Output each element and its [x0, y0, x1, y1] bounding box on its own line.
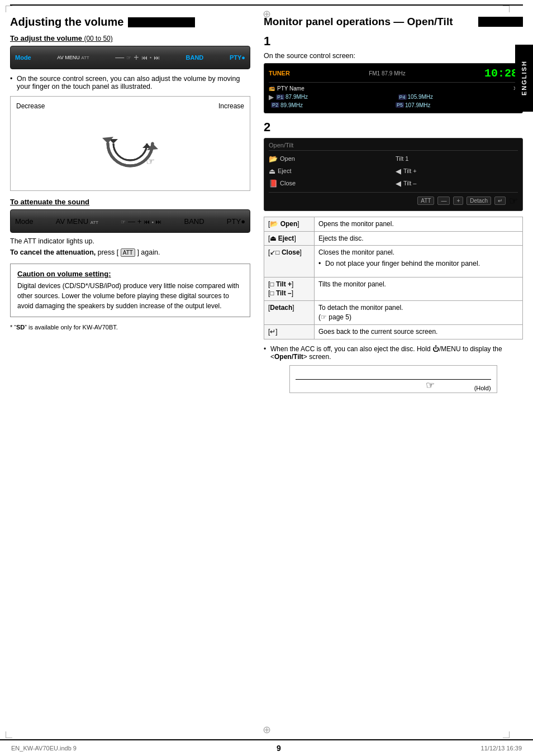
attenuate-label: To attenuate the sound	[10, 198, 250, 206]
ot-icon-tilt-plus: ◀	[396, 167, 401, 175]
corner-mark-tl	[6, 6, 12, 12]
cancel-attenuation-text: To cancel the attenuation, press [ ATT ]…	[10, 248, 250, 257]
caution-text: Digital devices (CD/SD*/USB/iPod) produc…	[17, 281, 243, 311]
att-indicator-text: The ATT indicator lights up.	[10, 237, 250, 245]
av-menu-1: AV MENU ATT	[57, 55, 89, 60]
table-val-detach: To detach the monitor panel.(☞ page 5)	[315, 301, 523, 325]
plus-btn-2: +	[137, 217, 142, 226]
table-key-eject: [⏏ Eject]	[264, 231, 315, 246]
tuner-cell-1: P1 87.9MHz	[276, 94, 396, 100]
mode-btn-1: Mode	[15, 54, 31, 61]
table-row-open: [📂 Open] Opens the monitor panel.	[264, 217, 523, 231]
cancel-label: To cancel the attenuation,	[10, 248, 96, 256]
mode-btn-2: Mode	[15, 217, 34, 226]
right-bullet-note: When the ACC is off, you can also eject …	[264, 345, 523, 361]
table-row-detach: [Detach] To detach the monitor panel.(☞ …	[264, 301, 523, 325]
att-label-2: ATT	[91, 220, 99, 225]
av-menu-2: AV MENU ATT	[56, 217, 98, 226]
prev-btn-2: ⏮	[144, 218, 150, 225]
ot-item-tilt1: Tilt 1	[396, 154, 518, 164]
crosshair-bottom-icon: ⊕	[263, 724, 271, 736]
cancel-icon-text: ATT	[123, 250, 133, 256]
device-bar-1: Mode AV MENU ATT — ☞ + ⏮ ▪ ⏭ BAND PTY●	[10, 46, 250, 69]
monitor-heading: Monitor panel operations — Open/Tilt	[264, 16, 523, 28]
corner-mark-bl	[6, 731, 12, 738]
tuner-screen: TUNER FM1 87.9 MHz 10:28 📻 PTY Name ✕ ▶	[264, 63, 523, 113]
tuner-arrow-left: ▶	[269, 93, 274, 101]
crosshair-top-icon: ⊕	[263, 8, 271, 20]
circle-arrows-svg: ☞	[97, 110, 164, 177]
page-wrapper: ⊕ ⊕ ENGLISH Adjusting the volume To adju…	[0, 0, 533, 756]
tuner-cell-2: P4 105.9MHz	[398, 94, 518, 100]
tuner-cells-row-1: ▶ P1 87.9MHz P4 105.9MHz	[269, 93, 518, 101]
device-bar-2: Mode AV MENU ATT ☞ — + ⏮ ▪ ⏭ BAND PTY●	[10, 209, 250, 233]
controls-1: — ☞ + ⏮ ▪ ⏭	[115, 52, 160, 63]
cell-num-1: P1	[276, 94, 284, 100]
sub1-label: To adjust the volume	[10, 34, 82, 42]
step-1-text: On the source control screen:	[264, 52, 523, 60]
ot-icon-tilt-minus: ◀	[396, 179, 401, 188]
left-column: Adjusting the volume To adjust the volum…	[10, 16, 250, 393]
english-sidebar: ENGLISH	[515, 45, 533, 112]
table-val-back: Goes back to the current source screen.	[315, 324, 523, 339]
opentilt-screen: Open/Tilt 📂 Open Tilt 1 ⏏ Eject ◀	[264, 138, 523, 211]
step-2-num: 2	[264, 120, 523, 135]
footer-left: EN_KW-AV70EU.indb 9	[11, 745, 77, 752]
band-btn-2: BAND	[184, 217, 204, 226]
page-number: 9	[277, 744, 281, 753]
av-menu-label-1: AV MENU	[57, 55, 79, 60]
pty-btn-2: PTY●	[227, 217, 245, 226]
vol-label-decrease: Decrease	[16, 102, 45, 110]
sd-bold: SD	[16, 324, 25, 331]
tuner-fm-text: FM1	[369, 70, 380, 76]
ot-item-eject: ⏏ Eject	[269, 166, 391, 176]
cancel-text2: ] again.	[137, 248, 160, 256]
sub1-note: (00 to 50)	[82, 35, 113, 42]
prev-btn-1: ⏮	[141, 54, 147, 61]
tuner-cell-4: P5 107.9MHz	[396, 102, 518, 108]
ot-icon-close: 📕	[269, 179, 278, 188]
minus-btn-1: —	[115, 52, 124, 63]
touch-hand-1: ☞	[126, 55, 131, 61]
ot-item-tilt-plus: ◀ Tilt +	[396, 166, 518, 176]
ot-bottom-bar: ATT — + Detach ↵ ☞	[269, 192, 518, 207]
ot-plus-btn: +	[453, 197, 463, 205]
ot-att-btn: ATT	[417, 197, 434, 205]
hold-label: (Hold)	[474, 385, 491, 391]
ot-back-btn: ↵	[494, 197, 506, 205]
bottom-bar: EN_KW-AV70EU.indb 9 9 11/12/13 16:39	[0, 739, 533, 756]
table-key-detach: [Detach]	[264, 301, 315, 325]
ot-minus-btn: —	[437, 197, 450, 205]
heading-bar-monitor	[478, 17, 523, 27]
bullet-text-1: On the source control screen, you can al…	[10, 75, 250, 90]
tuner-time: 10:28	[484, 67, 518, 80]
table-key-open: [📂 Open]	[264, 217, 315, 231]
tuner-cell-3: P2 89.9MHz	[271, 102, 393, 108]
hold-finger-icon: ☞	[426, 379, 435, 391]
caution-box: Caution on volume setting: Digital devic…	[10, 264, 250, 317]
corner-mark-br	[503, 731, 510, 738]
att-label-1: ATT	[81, 55, 89, 60]
svg-text:☞: ☞	[146, 156, 155, 167]
cell-num-2: P4	[398, 94, 407, 100]
table-key-close: [↙□ Close]	[264, 246, 315, 277]
next-btn-1: ⏭	[154, 54, 160, 61]
tuner-pty: 📻 PTY Name	[269, 85, 511, 92]
section-title-volume: Adjusting the volume	[10, 16, 123, 28]
touch-hand-2: ☞	[121, 219, 126, 225]
sq-icon-2: ▪	[151, 219, 153, 225]
av-menu-label-2: AV MENU	[56, 217, 88, 226]
cell-num-4: P5	[396, 102, 404, 108]
caution-title: Caution on volume setting:	[17, 270, 243, 278]
table-key-back: [↵]	[264, 324, 315, 339]
close-note: Do not place your finger behind the moni…	[318, 259, 518, 269]
pty-btn-1: PTY●	[230, 54, 245, 61]
ot-item-close: 📕 Close	[269, 178, 391, 189]
corner-mark-tr	[503, 6, 510, 12]
table-row-back: [↵] Goes back to the current source scre…	[264, 324, 523, 339]
table-row-eject: [⏏ Eject] Ejects the disc.	[264, 231, 523, 246]
footer-right: 11/12/13 16:39	[481, 745, 522, 752]
pty-name: PTY Name	[277, 85, 304, 92]
table-key-tilt: [□ Tilt +][□ Tilt –]	[264, 277, 315, 301]
tuner-fm: FM1 87.9 MHz	[369, 70, 406, 76]
